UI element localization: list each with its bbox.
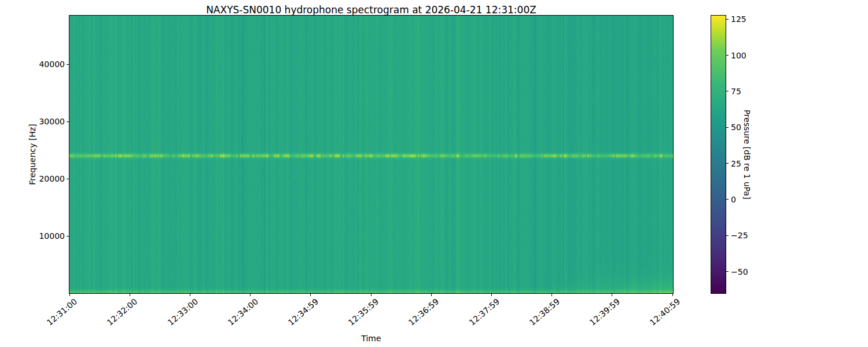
x-tick-mark [69,294,70,296]
y-tick-label: 30000 [39,116,65,127]
colorbar-tick-label: 100 [731,50,746,61]
x-tick-mark [491,294,492,296]
colorbar-label: Pressure [dB re 1 uPa] [742,109,752,199]
colorbar-tick-label: 50 [731,122,741,132]
x-tick-mark [431,294,432,296]
x-tick-label: 12:34:00 [226,297,259,327]
chart-title: NAXYS-SN0010 hydrophone spectrogram at 2… [69,4,674,16]
x-tick-mark [310,294,311,296]
x-tick-mark [612,294,612,296]
y-tick-mark [67,179,69,179]
colorbar [711,15,726,294]
figure-root: { "chart_data": { "type": "heatmap", "su… [0,0,868,347]
y-tick-mark [67,121,69,122]
colorbar-tick-mark [726,163,729,164]
x-tick-label: 12:31:00 [45,297,79,327]
spectrogram-canvas [69,16,673,293]
y-tick-label: 40000 [39,59,65,69]
spectrogram-plot [69,15,674,294]
x-tick-label: 12:37:59 [467,297,501,327]
colorbar-gradient [711,16,726,293]
colorbar-tick-label: 0 [731,194,736,205]
x-tick-mark [672,294,673,296]
x-tick-label: 12:40:59 [648,297,682,327]
y-tick-label: 20000 [39,174,65,184]
colorbar-tick-mark [726,55,729,56]
colorbar-tick-label: −25 [731,230,748,241]
colorbar-tick-label: 125 [731,14,746,24]
colorbar-tick-mark [726,199,729,200]
x-tick-label: 12:35:59 [347,297,380,327]
y-tick-label: 10000 [39,231,65,241]
x-tick-label: 12:32:00 [105,297,139,327]
x-tick-label: 12:34:59 [286,297,320,327]
y-tick-mark [67,64,69,65]
x-axis-label: Time [69,334,674,343]
x-tick-label: 12:39:59 [588,297,621,327]
x-tick-mark [371,294,372,296]
colorbar-tick-label: −50 [731,267,748,277]
colorbar-tick-mark [726,235,729,236]
x-tick-label: 12:33:00 [165,297,199,327]
x-tick-label: 12:36:59 [407,297,440,327]
colorbar-tick-label: 75 [731,86,741,97]
x-tick-mark [551,294,552,296]
colorbar-tick-mark [726,19,729,20]
colorbar-tick-mark [726,271,729,272]
x-tick-mark [190,294,190,296]
y-tick-mark [67,236,69,237]
colorbar-tick-label: 25 [731,158,741,169]
y-axis-label: Frequency [Hz] [28,124,37,185]
x-tick-label: 12:38:59 [527,297,561,327]
x-tick-mark [250,294,251,296]
colorbar-tick-mark [726,127,729,128]
colorbar-tick-mark [726,91,729,91]
x-tick-mark [130,294,130,296]
